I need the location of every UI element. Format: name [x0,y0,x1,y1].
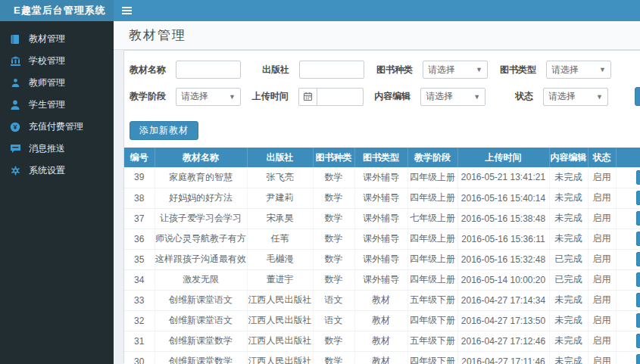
table-cell: 尹建莉 [247,188,313,208]
table-cell: 未完成 [549,290,588,310]
book-kind-label: 图书种类 [371,64,413,76]
teach-stage-select[interactable]: 请选择▼ [176,88,241,106]
table-cell: 未完成 [549,167,588,188]
table-cell: 七年级上册 [407,208,457,229]
table-cell: 未完成 [549,229,588,249]
table-cell: 33 [124,290,155,310]
status-selected-value: 请选择 [548,90,596,103]
table-cell: 激发无限 [155,269,247,290]
sidebar-item-settings[interactable]: 系统设置 [0,160,114,182]
teach-stage-label: 教学阶段 [124,90,166,103]
message-icon [9,144,21,154]
teacher-icon [9,78,21,89]
sidebar-item-payment[interactable]: ¥充值付费管理 [0,116,114,138]
content-editor-select[interactable]: 请选择▼ [420,88,485,106]
table-cell: 启用 [588,290,616,310]
table-row: 33创维新课堂语文江西人民出版社语文教材五年级下册2016-04-27 17:1… [124,290,640,310]
table-row: 36师说心灵导航教子有方任苇数学课外辅导四年级上册2016-05-16 15:3… [124,229,640,249]
book-kind-select[interactable]: 请选择▼ [423,61,488,79]
table-cell: 董进宇 [247,269,313,290]
sidebar-item-label: 学校管理 [29,54,65,67]
table-cell: 启用 [588,269,616,290]
row-action-button[interactable] [636,354,640,364]
content-editor-label: 内容编辑 [369,90,411,103]
table-cell: 启用 [588,310,616,331]
table-cell: 2016-04-27 17:11:46 [457,351,549,364]
upload-time-input[interactable] [317,88,364,106]
table-cell: 四年级上册 [407,269,457,290]
table-cell: 37 [124,208,155,229]
sidebar: 教材管理学校管理教师管理学生管理¥充值付费管理消息推送系统设置 [0,21,114,364]
table-cell: 江西人民出版社 [247,310,313,331]
search-button[interactable]: 搜索 [635,87,640,106]
actions-cell [616,208,640,229]
column-header: 教学阶段 [407,148,457,167]
book-icon [9,34,21,45]
sidebar-item-message[interactable]: 消息推送 [0,138,114,160]
table-cell: 毛樾漫 [247,249,313,269]
row-action-button[interactable] [636,252,640,266]
table-cell: 任苇 [247,229,313,249]
filter-group-upload-time: 上传时间 [247,88,370,106]
filter-row: 教学阶段请选择▼上传时间内容编辑请选择▼状态请选择▼搜索 [124,87,640,106]
table-cell: 启用 [588,208,616,229]
table-cell: 2016-04-27 17:13:50 [457,310,549,331]
publisher-label: 出版社 [248,64,289,76]
row-action-button[interactable] [636,191,640,205]
column-header: 内容编辑 [549,148,588,167]
table-cell: 启用 [588,351,616,364]
row-action-button[interactable] [636,211,640,226]
hamburger-icon[interactable] [114,0,139,21]
table-cell: 未完成 [549,351,588,364]
table-cell: 数学 [313,351,354,364]
gear-icon [9,166,21,176]
column-header: 上传时间 [457,148,549,167]
filter-form: 教材名称出版社图书种类请选择▼图书类型请选择▼教学阶段请选择▼上传时间内容编辑请… [124,51,640,116]
row-action-button[interactable] [636,334,640,348]
row-action-button[interactable] [636,313,640,328]
main-content: 教材管理 教材名称出版社图书种类请选择▼图书类型请选择▼教学阶段请选择▼上传时间… [114,21,640,364]
actions-cell [616,249,640,269]
filter-group-book-kind: 图书种类请选择▼ [371,61,495,79]
table-cell: 教材 [354,351,407,364]
row-action-button[interactable] [636,293,640,307]
textbook-table: 编号教材名称出版社图书种类图书类型教学阶段上传时间内容编辑状态 39家庭教育的智… [124,148,640,364]
payment-icon: ¥ [9,122,21,132]
table-cell: 师说心灵导航教子有方 [155,229,247,249]
row-action-button[interactable] [636,232,640,246]
table-cell: 2016-05-16 15:36:11 [457,229,549,249]
chevron-down-icon: ▼ [476,66,482,73]
table-cell: 四年级上册 [407,167,457,188]
content-header: 教材管理 [114,21,640,50]
table-cell: 数学 [313,208,354,229]
sidebar-item-textbook[interactable]: 教材管理 [0,28,114,50]
table-cell: 启用 [588,167,616,188]
table-row: 37让孩子爱学习会学习宋承昊数学课外辅导七年级上册2016-05-16 15:3… [124,208,640,229]
sidebar-item-teacher[interactable]: 教师管理 [0,72,114,94]
upload-time-label: 上传时间 [247,90,289,103]
table-row: 30创维新课堂数学江西人民出版社数学教材四年级下册2016-04-27 17:1… [124,351,640,364]
textbook-name-input[interactable] [176,61,241,79]
calendar-icon[interactable] [298,88,317,106]
table-cell: 39 [124,167,155,188]
add-textbook-button[interactable]: 添加新教材 [130,121,198,140]
table-cell: 2016-04-27 17:12:46 [457,331,549,351]
table-cell: 36 [124,229,155,249]
table-cell: 这样跟孩子沟通最有效 [155,249,247,269]
table-cell: 2016-04-27 17:14:34 [457,290,549,310]
filter-group-content-editor: 内容编辑请选择▼ [369,88,492,106]
row-action-button[interactable] [636,170,640,185]
table-cell: 语文 [313,290,354,310]
sidebar-item-school[interactable]: 学校管理 [0,50,114,72]
publisher-input[interactable] [299,61,364,79]
row-action-button[interactable] [636,272,640,287]
table-cell: 语文 [313,310,354,331]
sidebar-item-student[interactable]: 学生管理 [0,94,114,116]
book-type-select[interactable]: 请选择▼ [546,61,611,79]
chevron-down-icon: ▼ [473,93,480,101]
status-select[interactable]: 请选择▼ [543,88,608,106]
table-cell: 启用 [588,331,616,351]
filter-row: 教材名称出版社图书种类请选择▼图书类型请选择▼ [124,61,640,79]
table-cell: 创维新课堂数学 [155,351,247,364]
book-type-selected-value: 请选择 [551,64,599,76]
